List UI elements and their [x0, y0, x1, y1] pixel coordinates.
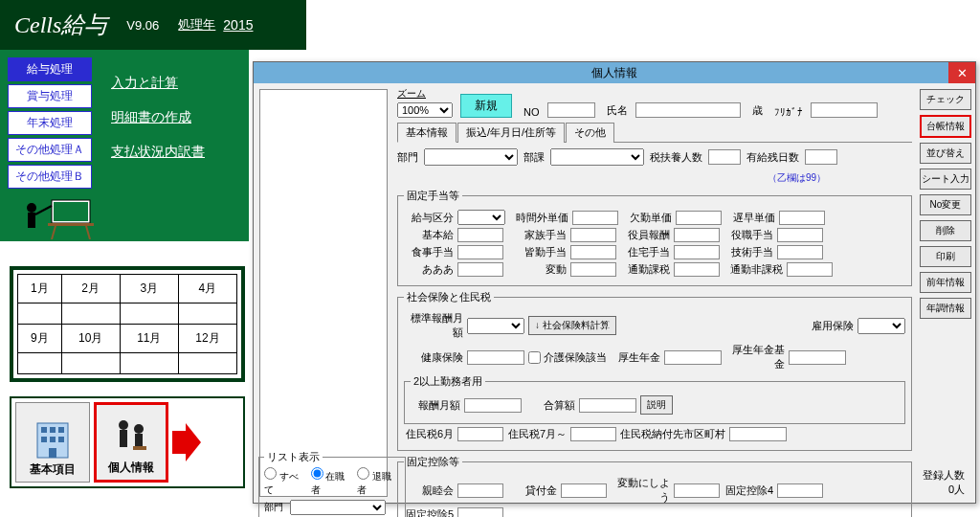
deduct1-field[interactable]	[457, 483, 503, 498]
employee-listbox[interactable]	[259, 89, 388, 497]
month-cell[interactable]: 10月	[61, 325, 120, 353]
check-button[interactable]: チェック	[920, 89, 971, 110]
tool-personal-info[interactable]: 個人情報	[94, 402, 168, 483]
sidebar-item-bonus[interactable]: 賞与処理	[8, 84, 92, 108]
res-paycity-field[interactable]	[729, 427, 787, 441]
dept-select[interactable]	[424, 148, 518, 166]
dependents-field[interactable]	[708, 149, 741, 165]
tab-other[interactable]: その他	[566, 123, 614, 143]
paid-leave-label: 有給残日数	[746, 150, 799, 165]
sidebar-item-payroll[interactable]: 給与処理	[8, 57, 92, 81]
close-button[interactable]: ✕	[948, 62, 975, 83]
zoom-label: ズーム	[397, 87, 453, 101]
tab-transfer[interactable]: 振込/年月日/住所等	[457, 123, 565, 143]
filter-dept-select[interactable]	[290, 500, 386, 515]
month-cell[interactable]: 12月	[178, 325, 236, 353]
month-cell[interactable]: 3月	[120, 275, 178, 303]
diligence-field[interactable]	[570, 245, 616, 259]
link-payment-report[interactable]: 支払状況内訳書	[111, 144, 247, 161]
res-tax7-field[interactable]	[570, 427, 616, 441]
position-field[interactable]	[674, 228, 720, 242]
multi-employer-group: 2以上勤務者用 報酬月額 合算額 説明	[404, 374, 905, 424]
rem-monthly-field[interactable]	[464, 398, 522, 413]
svg-rect-11	[58, 427, 64, 433]
aaa-field[interactable]	[457, 262, 503, 277]
fund-field[interactable]	[789, 350, 846, 365]
tabs: 基本情報 振込/年月日/住所等 その他	[397, 122, 912, 143]
svg-rect-5	[48, 223, 94, 226]
variable-field[interactable]	[570, 262, 616, 277]
personal-info-window: 個人情報 ✕ ズーム 100% 新規 NO 氏名 歳 ﾌﾘｶﾞﾅ 基本情報	[253, 61, 976, 504]
fixed-allowance-group: 固定手当等 給与区分 時間外単価 欠勤単価 遅早単価 基本給 家族手当 役員報酬…	[397, 189, 912, 286]
hourly-ot-field[interactable]	[572, 211, 618, 225]
social-legend: 社会保険と住民税	[404, 290, 494, 304]
count-value: 0人	[923, 483, 965, 497]
radio-retired[interactable]: 退職者	[357, 467, 400, 497]
month-cell[interactable]: 1月	[18, 275, 62, 303]
app-version: V9.06	[126, 18, 159, 33]
no-change-button[interactable]: No変更	[920, 194, 971, 215]
count-label: 登録人数	[923, 468, 965, 483]
meal-field[interactable]	[457, 245, 503, 259]
radio-all[interactable]: すべて	[264, 467, 307, 497]
svg-rect-12	[41, 437, 47, 442]
center-panel: ズーム 100% 新規 NO 氏名 歳 ﾌﾘｶﾞﾅ 基本情報 振込/年月日/住所…	[393, 83, 916, 503]
fixed-allowance-legend: 固定手当等	[404, 189, 462, 203]
base-field[interactable]	[457, 228, 503, 242]
pay-category-select[interactable]	[457, 210, 505, 225]
deduct5-field[interactable]	[457, 507, 503, 517]
explain-button[interactable]: 説明	[640, 395, 673, 415]
year-adjust-button[interactable]: 年調情報	[920, 298, 971, 319]
late-field[interactable]	[779, 211, 825, 225]
calc-social-button[interactable]: ↓ 社会保険料計算	[528, 316, 616, 335]
name-field[interactable]	[635, 102, 741, 118]
radio-active[interactable]: 在職者	[311, 467, 354, 497]
no-field[interactable]	[547, 102, 595, 118]
deduct2-field[interactable]	[561, 483, 607, 498]
skill-field[interactable]	[777, 245, 823, 259]
delete-button[interactable]: 削除	[920, 220, 971, 241]
sheet-input-button[interactable]: シート入力	[920, 169, 971, 190]
ledger-info-button[interactable]: 台帳情報	[920, 115, 971, 138]
section-select[interactable]	[550, 148, 644, 166]
print-button[interactable]: 印刷	[920, 246, 971, 267]
sidebar-item-other-a[interactable]: その他処理Ａ	[8, 138, 92, 162]
month-cell[interactable]: 11月	[120, 325, 178, 353]
housing-field[interactable]	[674, 245, 720, 259]
sidebar: 給与処理 賞与処理 年末処理 その他処理Ａ その他処理Ｂ	[0, 50, 100, 196]
absence-field[interactable]	[676, 211, 722, 225]
commute-tax-field[interactable]	[674, 262, 720, 277]
paid-leave-field[interactable]	[805, 149, 837, 165]
zoom-select[interactable]: 100%	[397, 102, 453, 118]
age-label: 歳	[752, 103, 763, 118]
health-field[interactable]	[467, 350, 524, 365]
family-field[interactable]	[570, 228, 616, 242]
deduct3-field[interactable]	[674, 483, 720, 498]
deduct4-field[interactable]	[777, 483, 823, 498]
dept-label: 部門	[397, 150, 418, 165]
care-checkbox[interactable]	[528, 351, 541, 364]
month-cell[interactable]: 4月	[178, 275, 236, 303]
new-button[interactable]: 新規	[460, 94, 512, 118]
dependents-label: 税扶養人数	[650, 150, 702, 165]
link-payslip[interactable]: 明細書の作成	[111, 109, 247, 126]
sidebar-item-yearend[interactable]: 年末処理	[8, 111, 92, 135]
link-input-calc[interactable]: 入力と計算	[111, 75, 247, 92]
emp-ins-select[interactable]	[858, 318, 905, 334]
sort-button[interactable]: 並び替え	[920, 143, 971, 164]
kana-field[interactable]	[811, 102, 878, 118]
commute-notax-field[interactable]	[787, 262, 833, 277]
res-tax6-field[interactable]	[457, 427, 503, 441]
sidebar-item-other-b[interactable]: その他処理Ｂ	[8, 165, 92, 189]
prev-year-button[interactable]: 前年情報	[920, 272, 971, 293]
total-field[interactable]	[579, 398, 636, 413]
tool-basic-items[interactable]: 基本項目	[15, 402, 90, 483]
month-cell[interactable]: 2月	[61, 275, 120, 303]
std-monthly-select[interactable]	[467, 318, 524, 334]
svg-point-16	[119, 420, 128, 430]
tab-basic[interactable]: 基本情報	[397, 123, 457, 143]
commute-field[interactable]	[777, 228, 823, 242]
kana-label: ﾌﾘｶﾞﾅ	[774, 106, 803, 118]
welfare-field[interactable]	[664, 350, 722, 365]
month-cell[interactable]: 9月	[18, 325, 62, 353]
